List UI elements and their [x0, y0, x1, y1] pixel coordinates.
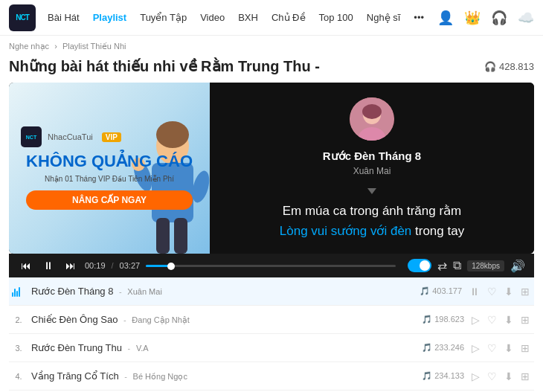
song-name-link-4[interactable]: Vầng Trăng Cổ Tích [31, 370, 119, 382]
download-song-1[interactable]: ⬇ [503, 284, 515, 299]
song-sep-4: - [124, 372, 127, 381]
song-artist-link-4[interactable]: Bé Hồng Ngọc [133, 372, 187, 381]
header-icons: 👤 👑 🎧 ☁️ [437, 10, 534, 26]
listen-icon-2: 🎵 [422, 315, 432, 324]
nav-chude[interactable]: Chủ Đề [272, 12, 306, 23]
time-total: 03:27 [120, 261, 141, 270]
song-artist-link-1[interactable]: Xuân Mai [127, 287, 161, 296]
breadcrumb-child[interactable]: Playlist Thiếu Nhi [62, 42, 126, 51]
nav-bxh[interactable]: BXH [238, 12, 258, 23]
pause-button[interactable]: ⏸ [40, 258, 57, 273]
song-actions-4: ▷ ♡ ⬇ ⊞ [470, 369, 531, 384]
crown-icon[interactable]: 👑 [464, 10, 481, 26]
song-name-link-3[interactable]: Rước Đèn Trung Thu [31, 342, 122, 353]
repeat-icon[interactable]: ⧉ [453, 259, 461, 272]
player-section: NCT NhacCuaTui VIP KHÔNG QUẢNG CÁO Nhận … [9, 83, 534, 254]
expand-icon [367, 188, 376, 194]
svg-point-2 [156, 121, 189, 148]
time-sep: / [112, 261, 114, 270]
play-count-val-1: 403.177 [432, 286, 462, 295]
breadcrumb-sep: › [54, 42, 60, 51]
song-info-1: Rước Đèn Tháng 8 - Xuân Mai [31, 286, 404, 297]
song-number-2: 2. [12, 315, 25, 324]
play-count-1: 🎵 403.177 [410, 286, 462, 296]
logo-text: NCT [16, 13, 29, 22]
now-playing-panel: Rước Đèn Tháng 8 Xuân Mai Em múa ca tron… [210, 83, 534, 254]
listen-icon-3: 🎵 [422, 343, 432, 352]
toggle-dot [420, 260, 430, 271]
next-button[interactable]: ⏭ [62, 258, 79, 273]
svg-rect-3 [156, 218, 170, 254]
progress-thumb[interactable] [167, 263, 175, 270]
more-song-4[interactable]: ⊞ [519, 369, 531, 384]
play-count-val-2: 198.623 [434, 315, 464, 324]
quality-badge[interactable]: 128kbps [467, 260, 504, 271]
song-name-link-2[interactable]: Chiếc Đèn Ông Sao [31, 314, 118, 325]
progress-track[interactable] [146, 265, 396, 267]
nav-top100[interactable]: Top 100 [319, 12, 353, 23]
more-song-2[interactable]: ⊞ [519, 312, 531, 327]
song-name-link-1[interactable]: Rước Đèn Tháng 8 [31, 286, 113, 297]
more-song-1[interactable]: ⊞ [519, 284, 531, 299]
song-number-4: 4. [12, 372, 25, 381]
ad-logo-row: NCT NhacCuaTui VIP [21, 126, 121, 147]
like-song-1[interactable]: ♡ [486, 284, 498, 299]
pause-song-1[interactable]: ⏸ [468, 284, 481, 299]
song-number-1 [12, 286, 25, 297]
bar1 [12, 292, 13, 297]
song-info-2: Chiếc Đèn Ông Sao - Đang Cập Nhật [31, 314, 406, 325]
main-nav: Bài Hát Playlist Tuyển Tập Video BXH Chủ… [48, 12, 425, 23]
song-artist-2: Đang Cập Nhật [132, 315, 190, 324]
headphone-icon[interactable]: 🎧 [491, 10, 507, 26]
cloud-icon[interactable]: ☁️ [518, 10, 534, 26]
song-sep-2: - [123, 315, 126, 324]
song-sep-1: - [119, 287, 122, 296]
like-song-4[interactable]: ♡ [486, 369, 498, 384]
more-song-3[interactable]: ⊞ [519, 341, 531, 356]
like-song-3[interactable]: ♡ [486, 341, 498, 356]
nav-nghesi[interactable]: Nghệ sĩ [367, 12, 401, 23]
download-song-2[interactable]: ⬇ [503, 312, 515, 327]
nav-video[interactable]: Video [200, 12, 225, 23]
nav-more[interactable]: ••• [414, 12, 424, 23]
song-artist-1: Xuân Mai [127, 287, 161, 296]
play-song-4[interactable]: ▷ [470, 369, 481, 384]
playing-bars-icon [12, 286, 25, 297]
prev-button[interactable]: ⏮ [18, 258, 34, 273]
now-playing-artist: Xuân Mai [353, 166, 391, 176]
song-artist-link-3[interactable]: V.A [136, 344, 149, 353]
play-count-3: 🎵 233.246 [412, 343, 464, 353]
volume-icon[interactable]: 🔊 [510, 259, 525, 273]
breadcrumb-parent[interactable]: Nghe nhạc [9, 42, 49, 51]
song-number-3: 3. [12, 344, 25, 353]
user-icon[interactable]: 👤 [437, 10, 454, 26]
nav-playlist[interactable]: Playlist [93, 12, 127, 23]
song-actions-2: ▷ ♡ ⬇ ⊞ [470, 312, 531, 327]
song-info-4: Vầng Trăng Cổ Tích - Bé Hồng Ngọc [31, 370, 406, 382]
song-info-3: Rước Đèn Trung Thu - V.A [31, 342, 406, 353]
lyrics-toggle[interactable] [408, 259, 431, 272]
play-count-number: 428.813 [499, 61, 534, 72]
song-artist-link-2[interactable]: Đang Cập Nhật [132, 315, 190, 324]
like-song-2[interactable]: ♡ [486, 312, 498, 327]
download-song-3[interactable]: ⬇ [503, 341, 515, 356]
song-name-3: Rước Đèn Trung Thu [31, 342, 122, 353]
ad-upgrade-button[interactable]: NÂNG CẤP NGAY [26, 190, 193, 210]
ad-logo: NCT [21, 126, 42, 147]
song-sep-3: - [128, 344, 131, 353]
play-count-val-3: 233.246 [434, 343, 464, 352]
logo[interactable]: NCT [9, 4, 36, 31]
song-list: Rước Đèn Tháng 8 - Xuân Mai 🎵 403.177 ⏸ … [9, 277, 534, 392]
song-actions-1: ⏸ ♡ ⬇ ⊞ [468, 284, 531, 299]
nav-baihat[interactable]: Bài Hát [48, 12, 80, 23]
ad-logo-text: NCT [26, 135, 36, 140]
play-song-3[interactable]: ▷ [470, 341, 481, 356]
table-row: Rước Đèn Tháng 8 - Xuân Mai 🎵 403.177 ⏸ … [9, 277, 534, 306]
ad-title: KHÔNG QUẢNG CÁO [26, 152, 193, 171]
song-artist-3: V.A [136, 344, 149, 353]
download-song-4[interactable]: ⬇ [503, 369, 515, 384]
nav-tuyentap[interactable]: Tuyển Tập [140, 12, 187, 23]
play-song-2[interactable]: ▷ [470, 312, 481, 327]
shuffle-icon[interactable]: ⇄ [437, 259, 447, 273]
time-current: 00:19 [85, 261, 106, 270]
